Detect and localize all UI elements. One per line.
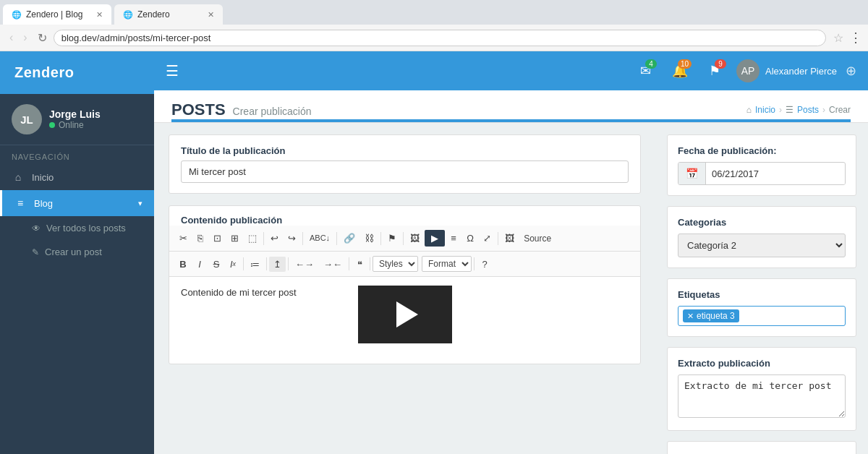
- sidebar-subitem-ver-posts[interactable]: 👁 Ver todos los posts: [0, 216, 154, 240]
- toolbar-indent[interactable]: ←→: [291, 257, 318, 272]
- sidebar-item-inicio-label: Inicio: [32, 172, 54, 183]
- toolbar-strike[interactable]: S: [208, 257, 224, 272]
- tag-input-area[interactable]: ✕ etiqueta 3: [678, 306, 846, 326]
- category-select[interactable]: Categoría 1 Categoría 2 Categoría 3: [678, 234, 846, 257]
- tags-label: Etiquetas: [678, 289, 846, 300]
- toolbar-link[interactable]: 🔗: [339, 231, 359, 246]
- tab-close-btn[interactable]: ✕: [96, 10, 103, 20]
- title-input[interactable]: [181, 160, 629, 183]
- title-label: Título de la publicación: [181, 145, 629, 156]
- content-header: POSTS Crear publicación ⌂ Inicio › ☰ Pos…: [154, 90, 868, 123]
- blog-icon: ≡: [14, 197, 27, 209]
- flag-button[interactable]: ⚑ 9: [702, 58, 728, 84]
- network-icon[interactable]: ⊕: [846, 63, 856, 79]
- page-title-left: POSTS Crear publicación: [171, 100, 312, 119]
- toolbar-bold[interactable]: B: [175, 257, 191, 272]
- toolbar-redo[interactable]: ↪: [284, 231, 300, 246]
- breadcrumb-current: Crear: [829, 105, 851, 115]
- toolbar-italic-x[interactable]: Ix: [225, 257, 241, 272]
- editor-content: Contenido de mi tercer post: [181, 287, 297, 298]
- mail-badge: 4: [645, 59, 657, 69]
- tags-card: Etiquetas ✕ etiqueta 3: [667, 278, 856, 337]
- photo-upload-area[interactable]: Arrastra las fotos aquí para subirlas Ap…: [667, 441, 856, 454]
- toolbar-fullscreen[interactable]: ⤢: [479, 231, 495, 246]
- form-column: Título de la publicación Contenido publi…: [154, 123, 655, 454]
- toolbar-cut[interactable]: ✂: [175, 231, 192, 246]
- toolbar-paste[interactable]: ⊡: [209, 231, 226, 246]
- toolbar-styles-select[interactable]: Styles: [373, 256, 418, 272]
- browser-chrome: 🌐 Zendero | Blog ✕ 🌐 Zendero ✕ ‹ › ↻ ☆ ⋮: [0, 0, 868, 51]
- address-bar[interactable]: [54, 30, 826, 46]
- app-layout: Zendero JL Jorge Luis Online Navegación …: [0, 51, 868, 454]
- back-button[interactable]: ‹: [6, 30, 17, 46]
- excerpt-textarea[interactable]: Extracto de mi tercer post: [678, 374, 846, 418]
- page-title: POSTS: [171, 100, 226, 119]
- home-icon: ⌂: [12, 171, 25, 183]
- tag-remove-btn[interactable]: ✕: [687, 312, 694, 321]
- tab2-label: Zendero: [137, 9, 170, 20]
- toolbar-sep-r2-3: [288, 257, 289, 270]
- toolbar-sep-r2-1: [243, 257, 244, 270]
- sidebar-subitem-crear-post[interactable]: ✎ Crear un post: [0, 240, 154, 264]
- toolbar-source[interactable]: Source: [519, 231, 556, 246]
- toolbar-undo[interactable]: ↩: [266, 231, 283, 246]
- bell-button[interactable]: 🔔 10: [667, 58, 693, 84]
- toolbar-special-char[interactable]: Ω: [462, 231, 478, 246]
- mail-button[interactable]: ✉ 4: [632, 58, 658, 84]
- user-name: Jorge Luis: [49, 108, 101, 120]
- toolbar-outdent[interactable]: →←: [319, 257, 346, 272]
- user-info: Jorge Luis Online: [49, 108, 101, 130]
- toolbar-anchor[interactable]: ⚑: [383, 231, 401, 246]
- sidebar-item-blog-label: Blog: [34, 198, 53, 209]
- user-status: Online: [49, 120, 101, 130]
- toolbar-unlink[interactable]: ⛓: [360, 231, 378, 246]
- video-overlay[interactable]: [358, 286, 452, 343]
- toolbar-paste-text[interactable]: ⊞: [226, 231, 243, 246]
- toolbar-paste-word[interactable]: ⬚: [244, 231, 261, 246]
- hamburger-icon[interactable]: ☰: [166, 62, 179, 80]
- toolbar-italic[interactable]: I: [192, 257, 208, 272]
- tag-label: etiqueta 3: [697, 311, 735, 321]
- breadcrumb-section-link[interactable]: Posts: [797, 105, 819, 115]
- toolbar-sep-4: [380, 232, 381, 245]
- toolbar-cursor[interactable]: ↥: [269, 257, 286, 272]
- title-card: Título de la publicación: [169, 134, 641, 194]
- pencil-icon: ✎: [32, 247, 39, 257]
- toolbar-format-select[interactable]: Format: [422, 256, 472, 272]
- toolbar-blockquote[interactable]: ❝: [352, 257, 367, 272]
- date-input[interactable]: [706, 163, 845, 184]
- toolbar-spell[interactable]: ABC↓: [305, 231, 334, 245]
- sidebar: Zendero JL Jorge Luis Online Navegación …: [0, 51, 154, 454]
- menu-icon[interactable]: ⋮: [849, 30, 862, 46]
- sidebar-item-blog[interactable]: ≡ Blog ▾: [0, 190, 154, 216]
- toolbar-sep-1: [263, 232, 264, 245]
- editor-toolbar: ✂ ⎘ ⊡ ⊞ ⬚ ↩ ↪ ABC↓ 🔗 ⛓ ⚑: [169, 226, 640, 252]
- topbar-avatar-initials: AP: [741, 65, 755, 77]
- browser-tab-2[interactable]: 🌐 Zendero ✕: [114, 4, 223, 25]
- date-label: Fecha de publicación:: [678, 145, 846, 156]
- topbar-user[interactable]: AP Alexander Pierce: [736, 59, 837, 82]
- toolbar-image[interactable]: 🖼: [406, 231, 424, 246]
- tab2-close-btn[interactable]: ✕: [208, 10, 214, 20]
- reload-button[interactable]: ↻: [34, 30, 51, 46]
- sidebar-brand: Zendero: [0, 51, 154, 94]
- sidebar-item-inicio[interactable]: ⌂ Inicio: [0, 164, 154, 190]
- bookmark-icon[interactable]: ☆: [833, 31, 843, 45]
- toolbar-sep-3: [336, 232, 337, 245]
- categories-card: Categorias Categoría 1 Categoría 2 Categ…: [667, 206, 856, 268]
- browser-tab-active[interactable]: 🌐 Zendero | Blog ✕: [3, 4, 111, 25]
- excerpt-label: Extracto publicación: [678, 358, 846, 369]
- breadcrumb-sep-1: ›: [779, 105, 782, 115]
- breadcrumb-home-link[interactable]: Inicio: [755, 105, 775, 115]
- toolbar-media[interactable]: ▶: [425, 230, 445, 247]
- toolbar-templates[interactable]: 🖾: [501, 231, 519, 246]
- status-dot: [49, 122, 55, 128]
- toolbar-list-ol[interactable]: ≔: [246, 257, 264, 272]
- toolbar-table[interactable]: ≡: [446, 231, 461, 246]
- content-label: Contenido publicación: [169, 206, 640, 226]
- status-label: Online: [59, 120, 84, 130]
- toolbar-copy[interactable]: ⎘: [192, 231, 208, 246]
- tab-label: Zendero | Blog: [26, 9, 83, 20]
- forward-button[interactable]: ›: [20, 30, 30, 46]
- toolbar-help[interactable]: ?: [477, 257, 493, 272]
